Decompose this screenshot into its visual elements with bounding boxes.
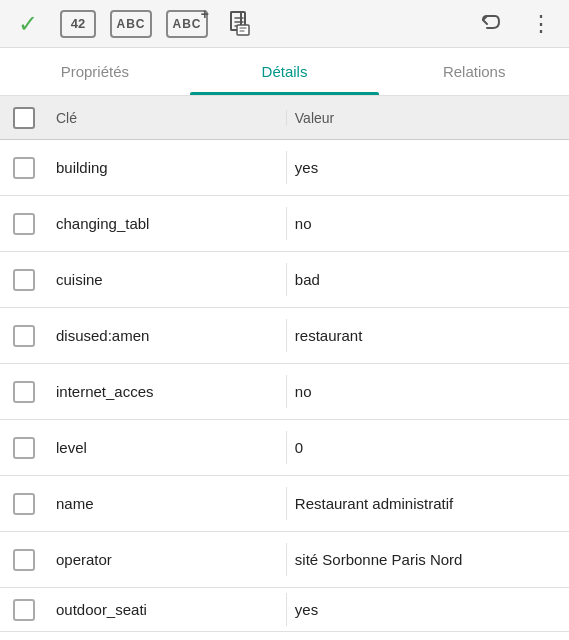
row-key: changing_tabl <box>48 207 287 240</box>
row-checkbox-cell <box>0 213 48 235</box>
table-row[interactable]: cuisine bad <box>0 252 569 308</box>
row-key: cuisine <box>48 263 287 296</box>
toolbar: ✓ 42 ABC ABC + ⋮ <box>0 0 569 48</box>
row-key: operator <box>48 543 287 576</box>
tab-proprietes[interactable]: Propriétés <box>0 48 190 95</box>
row-checkbox[interactable] <box>13 549 35 571</box>
table-row[interactable]: disused:amen restaurant <box>0 308 569 364</box>
tab-details[interactable]: Détails <box>190 48 380 95</box>
table-row[interactable]: name Restaurant administratif <box>0 476 569 532</box>
table-header: Clé Valeur <box>0 96 569 140</box>
header-checkbox[interactable] <box>13 107 35 129</box>
row-checkbox[interactable] <box>13 437 35 459</box>
check-icon[interactable]: ✓ <box>10 6 46 42</box>
table-row[interactable]: building yes <box>0 140 569 196</box>
table-row[interactable]: level 0 <box>0 420 569 476</box>
document-icon[interactable] <box>222 6 258 42</box>
row-checkbox[interactable] <box>13 213 35 235</box>
row-checkbox-cell <box>0 269 48 291</box>
table-row[interactable]: internet_acces no <box>0 364 569 420</box>
row-value: yes <box>287 593 569 626</box>
row-key: level <box>48 431 287 464</box>
abc-plus-icon[interactable]: ABC + <box>166 10 208 38</box>
properties-table: Clé Valeur building yes changing_tabl no <box>0 96 569 632</box>
row-key: outdoor_seati <box>48 593 287 626</box>
badge-42[interactable]: 42 <box>60 10 96 38</box>
header-checkbox-cell <box>0 107 48 129</box>
tab-relations[interactable]: Relations <box>379 48 569 95</box>
row-checkbox[interactable] <box>13 325 35 347</box>
more-options-icon[interactable]: ⋮ <box>523 6 559 42</box>
row-checkbox[interactable] <box>13 493 35 515</box>
plus-sign: + <box>201 6 210 22</box>
row-value: restaurant <box>287 319 569 352</box>
value-column-header: Valeur <box>286 110 569 126</box>
row-checkbox[interactable] <box>13 599 35 621</box>
row-checkbox-cell <box>0 599 48 621</box>
svg-rect-2 <box>237 25 249 35</box>
row-checkbox-cell <box>0 493 48 515</box>
row-key: building <box>48 151 287 184</box>
table-row[interactable]: operator sité Sorbonne Paris Nord <box>0 532 569 588</box>
row-value: no <box>287 207 569 240</box>
row-key: name <box>48 487 287 520</box>
row-checkbox-cell <box>0 549 48 571</box>
row-checkbox-cell <box>0 325 48 347</box>
row-key: disused:amen <box>48 319 287 352</box>
table-row[interactable]: outdoor_seati yes <box>0 588 569 632</box>
row-checkbox-cell <box>0 381 48 403</box>
row-checkbox[interactable] <box>13 381 35 403</box>
row-value: sité Sorbonne Paris Nord <box>287 543 569 576</box>
row-value: 0 <box>287 431 569 464</box>
row-checkbox-cell <box>0 437 48 459</box>
tab-bar: Propriétés Détails Relations <box>0 48 569 96</box>
table-row[interactable]: changing_tabl no <box>0 196 569 252</box>
row-key: internet_acces <box>48 375 287 408</box>
key-column-header: Clé <box>48 110 286 126</box>
row-value: bad <box>287 263 569 296</box>
abc-icon[interactable]: ABC <box>110 10 152 38</box>
undo-icon[interactable] <box>473 6 509 42</box>
row-value: Restaurant administratif <box>287 487 569 520</box>
row-value: yes <box>287 151 569 184</box>
row-checkbox[interactable] <box>13 269 35 291</box>
row-checkbox-cell <box>0 157 48 179</box>
row-value: no <box>287 375 569 408</box>
row-checkbox[interactable] <box>13 157 35 179</box>
